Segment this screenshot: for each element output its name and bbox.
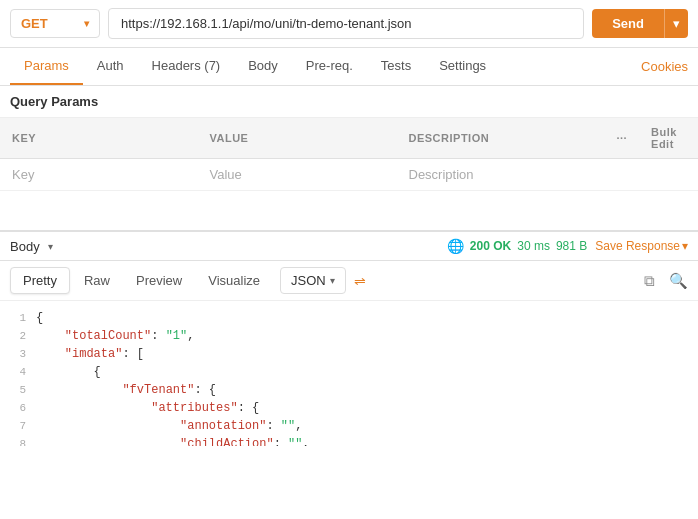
value-input-cell[interactable]: Value [197,159,396,191]
format-tab-raw[interactable]: Raw [72,268,122,293]
body-label: Body [10,239,40,254]
description-placeholder: Description [409,167,474,182]
description-input-cell[interactable]: Description [397,159,605,191]
params-table: KEY VALUE DESCRIPTION ··· Bulk Edit Key … [0,118,698,191]
col-header-value: VALUE [197,118,396,159]
response-bar: Body ▾ 🌐 200 OK 30 ms 981 B Save Respons… [0,231,698,261]
cookies-link[interactable]: Cookies [641,59,688,74]
tab-auth[interactable]: Auth [83,48,138,85]
line-content-1: { [36,309,698,327]
json-type-label: JSON [291,273,326,288]
value-placeholder: Value [209,167,241,182]
tab-prereq[interactable]: Pre-req. [292,48,367,85]
bulk-cell [639,159,698,191]
save-response-button[interactable]: Save Response ▾ [595,239,688,253]
top-bar: GET ▾ Send ▾ [0,0,698,48]
json-type-select[interactable]: JSON ▾ [280,267,346,294]
col-header-description: DESCRIPTION [397,118,605,159]
save-response-label: Save Response [595,239,680,253]
send-button-group: Send ▾ [592,9,688,38]
response-time: 30 ms [517,239,550,253]
line-content-3: "imdata": [ [36,345,698,363]
code-line-4: 4 { [0,363,698,381]
more-cell [604,159,639,191]
format-tab-visualize[interactable]: Visualize [196,268,272,293]
line-content-4: { [36,363,698,381]
tab-body[interactable]: Body [234,48,292,85]
url-input[interactable] [108,8,584,39]
line-content-7: "annotation": "", [36,417,698,435]
status-info: 🌐 200 OK 30 ms 981 B [447,238,587,254]
code-line-7: 7 "annotation": "", [0,417,698,435]
method-select[interactable]: GET ▾ [10,9,100,38]
line-num-3: 3 [0,345,36,363]
code-area[interactable]: 1 { 2 "totalCount": "1", 3 "imdata": [ 4… [0,301,698,446]
method-label: GET [21,16,48,31]
request-tabs: Params Auth Headers (7) Body Pre-req. Te… [0,48,698,86]
line-num-1: 1 [0,309,36,327]
line-content-5: "fvTenant": { [36,381,698,399]
col-header-more[interactable]: ··· [604,118,639,159]
globe-icon: 🌐 [447,238,464,254]
tab-params[interactable]: Params [10,48,83,85]
line-content-8: "childAction": "", [36,435,698,446]
code-line-3: 3 "imdata": [ [0,345,698,363]
method-chevron-icon: ▾ [84,18,89,29]
line-num-2: 2 [0,327,36,345]
col-header-key: KEY [0,118,197,159]
line-num-6: 6 [0,399,36,417]
code-line-1: 1 { [0,309,698,327]
response-size: 981 B [556,239,587,253]
filter-icon[interactable]: ⇌ [354,273,366,289]
bulk-edit-button[interactable]: Bulk Edit [639,118,698,159]
body-chevron-icon[interactable]: ▾ [48,241,53,252]
save-response-chevron-icon: ▾ [682,239,688,253]
tab-tests[interactable]: Tests [367,48,425,85]
line-content-2: "totalCount": "1", [36,327,698,345]
send-dropdown-button[interactable]: ▾ [664,9,688,38]
line-num-8: 8 [0,435,36,446]
spacer-area [0,191,698,231]
query-params-label: Query Params [0,86,698,118]
send-button[interactable]: Send [592,9,664,38]
code-line-8: 8 "childAction": "", [0,435,698,446]
code-line-6: 6 "attributes": { [0,399,698,417]
format-tab-pretty[interactable]: Pretty [10,267,70,294]
format-actions: ⧉ 🔍 [644,272,688,290]
search-icon[interactable]: 🔍 [669,272,688,290]
tab-headers[interactable]: Headers (7) [138,48,235,85]
status-code: 200 OK [470,239,511,253]
line-num-4: 4 [0,363,36,381]
line-num-5: 5 [0,381,36,399]
key-placeholder: Key [12,167,34,182]
format-bar: Pretty Raw Preview Visualize JSON ▾ ⇌ ⧉ … [0,261,698,301]
json-chevron-icon: ▾ [330,275,335,286]
code-line-5: 5 "fvTenant": { [0,381,698,399]
code-line-2: 2 "totalCount": "1", [0,327,698,345]
line-content-6: "attributes": { [36,399,698,417]
key-input-cell[interactable]: Key [0,159,197,191]
table-row: Key Value Description [0,159,698,191]
copy-icon[interactable]: ⧉ [644,272,655,290]
line-num-7: 7 [0,417,36,435]
format-tab-preview[interactable]: Preview [124,268,194,293]
tab-settings[interactable]: Settings [425,48,500,85]
